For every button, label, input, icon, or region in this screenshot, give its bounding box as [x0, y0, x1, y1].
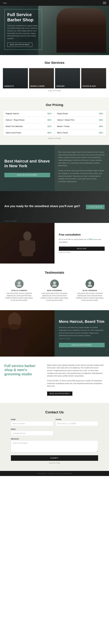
pricing-price-beard-trim-machine: $23+	[48, 125, 52, 128]
hamburger-line-1	[103, 2, 106, 2]
mens-text: Amet lacus venenatis lacus magna fringil…	[59, 326, 105, 337]
pricing-cell-haircut-royal-shave: Haircut + Royal Shave $60+	[3, 117, 54, 123]
fullservice-section: Full service barber shop & men's groomin…	[0, 356, 109, 403]
pricing-name-royal-shave: Royal Shave	[57, 112, 68, 115]
shave-section: Are you ready for the smoothest shave yo…	[0, 191, 109, 223]
service-card-haircuts[interactable]: HAIRCUTS	[3, 68, 28, 88]
hamburger-line-3	[103, 4, 106, 4]
pricing-image-source: Image from Freepik	[3, 138, 106, 139]
form-label-phone: PHONE	[56, 418, 98, 420]
logo: logo	[3, 2, 7, 4]
form-label-name: NAME	[11, 418, 53, 420]
svg-point-8	[88, 282, 91, 284]
contact-form: NAME PHONE EMAIL MESSAGE SUBMIT	[11, 418, 98, 461]
form-label-message: MESSAGE	[11, 438, 98, 440]
pricing-name-haircut-royal-shave: Haircut + Royal Shave	[6, 119, 25, 121]
hero-section: Full Service Barber Shop Amet lacus vene…	[0, 6, 109, 55]
hero-cta-button[interactable]: BOOK AN APPOINTMENT	[7, 42, 32, 47]
svg-rect-11	[5, 328, 24, 356]
svg-point-14	[9, 324, 20, 330]
hero-border-box: Full Service Barber Shop Amet lacus vene…	[4, 9, 42, 50]
best-text-1: Arcu cursus vitae congue mauris rhoncus …	[58, 151, 105, 167]
avatar-image-0	[15, 280, 24, 288]
mens-person-silhouette	[0, 310, 29, 356]
pricing-cell-beard-facial: Beard + Facial $55+	[54, 123, 106, 130]
pricing-cell-haircut-beard-trim: Haircut + Beard Trim $60+	[54, 117, 106, 123]
svg-point-5	[17, 284, 22, 287]
form-input-email[interactable]	[11, 431, 53, 436]
services-section: Our Services HAIRCUTS BEARD & MORE SHAVI…	[0, 55, 109, 97]
best-cta-button[interactable]: BOOK AN APPOINTMENT	[4, 173, 50, 177]
fullservice-cta-button[interactable]: BOOK AN APPOINTMENT	[47, 392, 72, 396]
avatar-image-1	[50, 280, 59, 288]
hero-title: Full Service Barber Shop	[7, 12, 39, 22]
svg-point-7	[52, 284, 57, 287]
form-group-email: EMAIL	[11, 428, 53, 436]
hero-text: Amet lacus venenatis lacus magna fringil…	[7, 24, 39, 40]
svg-rect-13	[23, 328, 28, 348]
pricing-price-haircut-royal-shave: $60+	[48, 119, 52, 121]
fullservice-text-2: Ut erat at id felis, mi. (lorem ipsum) A…	[47, 379, 105, 388]
testimonial-text-0: Lorem ipsum dolor sit amet, consectetur …	[4, 292, 34, 302]
testimonials-title: Testimonials	[3, 271, 106, 274]
navigation: logo	[0, 0, 109, 6]
consultation-free-text: FREE	[88, 238, 92, 240]
service-card-razor[interactable]: RAZOR BLADE	[81, 68, 106, 88]
shave-title: Are you ready for the smoothest shave yo…	[4, 204, 80, 208]
service-card-beard[interactable]: BEARD & MORE	[29, 68, 54, 88]
shave-content: Are you ready for the smoothest shave yo…	[0, 200, 85, 214]
pricing-name-regular-haircut: Regular Haircut	[6, 112, 19, 115]
testimonials-section: Testimonials STELLA LONDON Lorem ipsum d…	[0, 264, 109, 310]
best-text-2: Ut enim ad minim venia, quis nostrud exe…	[58, 169, 105, 183]
consultation-person-image	[0, 223, 54, 264]
pricing-cell-mens-facial: Men's Facial $25+	[54, 130, 106, 136]
contact-image-source: Image from Freepik	[4, 462, 105, 464]
avatar-2	[85, 280, 94, 288]
pricing-name-haircut-beard-trim: Haircut + Beard Trim	[57, 119, 75, 121]
fullservice-text-1: Mollis moderi ornare egestas imperdiet n…	[47, 364, 105, 377]
consultation-cta-button[interactable]: BOOK NOW	[59, 246, 105, 251]
fullservice-right: Mollis moderi ornare egestas imperdiet n…	[47, 364, 105, 396]
consultation-text: Get in touch with our expert barbers for…	[59, 238, 105, 243]
form-input-phone[interactable]	[56, 421, 98, 426]
testimonial-text-2: Lorem ipsum dolor sit amet, consectetur …	[75, 292, 105, 302]
person-icon-1	[52, 281, 57, 287]
best-right: Arcu cursus vitae congue mauris rhoncus …	[54, 145, 109, 191]
service-label-shaving: SHAVING	[57, 85, 65, 87]
best-title: Best Haircut and Shave in New York	[4, 159, 50, 168]
shave-phone-button[interactable]: +1 (777) 797 87 78	[86, 205, 105, 209]
best-left: Best Haircut and Shave in New York BOOK …	[0, 145, 54, 191]
mens-title: Mens Haircut, Beard Trim	[59, 319, 105, 324]
pricing-price-haircut-facial: $50+	[48, 132, 52, 134]
submit-button[interactable]: SUBMIT	[11, 455, 98, 461]
service-label-razor: RAZOR BLADE	[83, 85, 96, 87]
hamburger-line-2	[103, 3, 106, 3]
form-textarea-message[interactable]	[11, 440, 98, 452]
form-group-message: MESSAGE	[11, 438, 98, 452]
form-input-name[interactable]	[11, 421, 53, 426]
consultation-content: Free consultation Get in touch with our …	[54, 223, 109, 264]
pricing-name-mens-facial: Men's Facial	[57, 132, 68, 134]
service-label-haircuts: HAIRCUTS	[4, 85, 14, 87]
footer-text: Copyright 2024 - Created for free by Tem…	[3, 473, 106, 474]
consultation-image	[0, 223, 54, 264]
mens-image	[0, 310, 54, 356]
avatar-image-2	[85, 280, 94, 288]
best-section: Best Haircut and Shave in New York BOOK …	[0, 145, 109, 191]
avatar-1	[50, 280, 59, 288]
hamburger-menu[interactable]	[103, 2, 106, 4]
service-card-shaving[interactable]: SHAVING	[55, 68, 80, 88]
mens-cta-button[interactable]: BOOK AN APPOINTMENT	[59, 343, 105, 347]
pricing-price-haircut-beard-trim: $60+	[99, 119, 103, 121]
hero-content: Full Service Barber Shop Amet lacus vene…	[0, 6, 47, 55]
testimonial-card-1: NICK GOODMAN Lorem ipsum dolor sit amet,…	[38, 278, 71, 303]
svg-rect-12	[2, 328, 6, 348]
testimonial-name-1: NICK GOODMAN	[40, 290, 69, 291]
consultation-image-source: Image from Freepik	[59, 252, 105, 253]
consultation-section: Free consultation Get in touch with our …	[0, 223, 109, 264]
pricing-cell-regular-haircut: Regular Haircut $24+	[3, 110, 54, 117]
testimonial-card-0: STELLA LONDON Lorem ipsum dolor sit amet…	[3, 278, 35, 303]
pricing-grid: Regular Haircut $24+ Royal Shave $35+ Ha…	[3, 110, 106, 136]
mens-section: Mens Haircut, Beard Trim Amet lacus vene…	[0, 310, 109, 356]
service-label-beard: BEARD & MORE	[31, 85, 45, 87]
